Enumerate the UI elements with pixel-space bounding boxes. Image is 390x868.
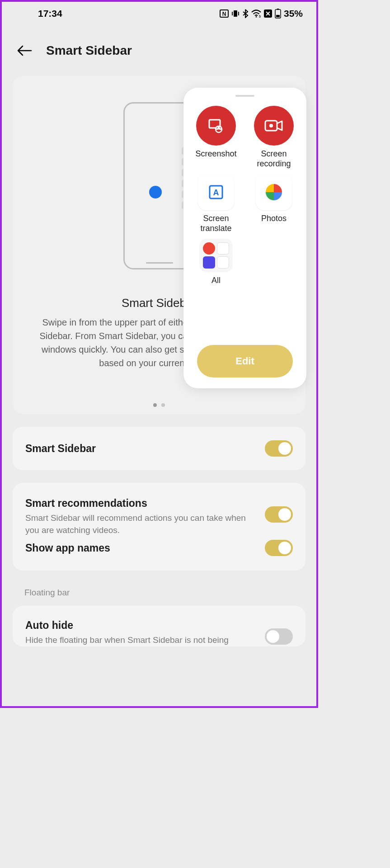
screenshot-icon	[196, 106, 236, 146]
setting-row-smart-sidebar[interactable]: Smart Sidebar	[13, 427, 305, 470]
smart-sidebar-panel: Screenshot Screen recording A Screen tra…	[183, 88, 306, 388]
bluetooth-icon	[242, 9, 249, 18]
sidebar-item-all[interactable]: All	[189, 239, 243, 286]
toggle-auto-hide[interactable]	[265, 628, 293, 645]
wifi-icon: 5	[251, 9, 261, 18]
page-title: Smart Sidebar	[46, 43, 132, 58]
battery-icon	[275, 9, 281, 19]
setting-row-show-app-names[interactable]: Show app names	[13, 539, 305, 571]
all-apps-icon	[199, 239, 233, 272]
toggle-smart-sidebar[interactable]	[265, 440, 293, 457]
section-header-floating-bar: Floating bar	[2, 583, 316, 606]
sidebar-item-screenshot[interactable]: Screenshot	[189, 106, 243, 169]
sidebar-item-photos[interactable]: Photos	[247, 174, 301, 233]
edit-button-label: Edit	[235, 355, 254, 367]
setting-title: Show app names	[25, 542, 256, 554]
nfc-icon: N	[220, 9, 229, 18]
sidebar-item-screen-recording[interactable]: Screen recording	[247, 106, 301, 169]
svg-text:N: N	[222, 11, 226, 17]
status-icons: N 5 35%	[220, 8, 303, 19]
setting-group-floating-bar: Auto hide Hide the floating bar when Sma…	[13, 606, 305, 646]
setting-row-auto-hide[interactable]: Auto hide Hide the floating bar when Sma…	[13, 606, 305, 646]
screen-translate-icon: A	[198, 174, 234, 210]
svg-rect-2	[234, 10, 237, 17]
sidebar-item-label: Screen translate	[189, 214, 243, 233]
toggle-show-app-names[interactable]	[265, 540, 293, 556]
setting-group-main: Smart Sidebar	[13, 427, 305, 470]
svg-text:A: A	[213, 188, 219, 197]
svg-point-16	[269, 124, 273, 127]
sidebar-item-label: Screen recording	[247, 149, 301, 169]
setting-group-secondary: Smart recommendations Smart Sidebar will…	[13, 483, 305, 571]
svg-text:5: 5	[259, 15, 261, 18]
sidebar-item-label: Photos	[261, 214, 287, 224]
sidebar-item-label: Screenshot	[195, 149, 236, 159]
setting-title: Auto hide	[25, 619, 256, 632]
screen-recording-icon	[254, 106, 294, 146]
dnd-icon	[264, 9, 272, 18]
battery-percent: 35%	[284, 8, 303, 19]
sidebar-item-label: All	[211, 276, 221, 286]
edit-button[interactable]: Edit	[197, 345, 293, 377]
setting-description: Hide the floating bar when Smart Sidebar…	[25, 634, 256, 646]
vibrate-icon	[231, 9, 240, 18]
svg-point-5	[255, 16, 257, 18]
setting-title: Smart recommendations	[25, 497, 256, 509]
sidebar-item-screen-translate[interactable]: A Screen translate	[189, 174, 243, 233]
toggle-recommendations[interactable]	[265, 506, 293, 523]
status-bar: 17:34 N 5 35%	[2, 2, 316, 25]
header: Smart Sidebar	[2, 25, 316, 76]
svg-rect-10	[276, 15, 280, 17]
photos-icon	[256, 174, 292, 210]
setting-description: Smart Sidebar will recommend actions you…	[25, 512, 256, 536]
setting-title: Smart Sidebar	[25, 443, 256, 455]
back-button[interactable]	[15, 42, 33, 60]
pagination-dots	[153, 403, 165, 407]
status-time: 17:34	[38, 8, 62, 19]
phone-dot	[149, 186, 162, 198]
setting-row-recommendations[interactable]: Smart recommendations Smart Sidebar will…	[13, 483, 305, 539]
